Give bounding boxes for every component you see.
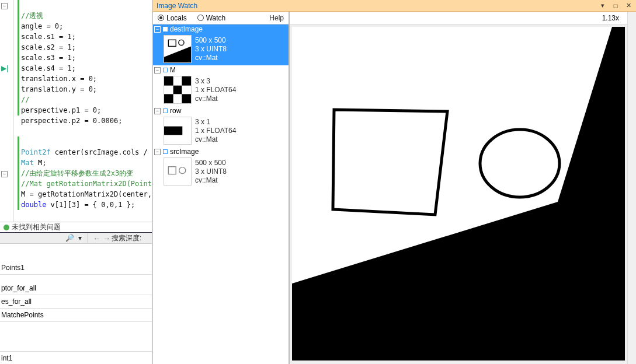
watch-body: Locals Watch Help − destImage: [153, 12, 636, 364]
close-icon[interactable]: ✕: [622, 1, 635, 10]
change-bar: [18, 136, 19, 210]
watch-radio[interactable]: [197, 15, 204, 21]
error-status-bar: 未找到相关问题: [0, 222, 152, 232]
code-line: //Mat getRotationMatrix2D(Point: [21, 180, 152, 188]
variable-type: 3 x UINT8: [195, 45, 227, 54]
svg-rect-5: [164, 76, 173, 86]
image-viewer: 1.13x: [290, 12, 627, 364]
thumbnail: [164, 158, 192, 186]
variable-item-row[interactable]: − row 3 x 1 1 x FLOAT64 cv::Mat: [153, 106, 289, 147]
search-depth-label: 搜索深度:: [112, 233, 141, 243]
variable-class: cv::Mat: [195, 54, 227, 62]
variable-dim: 3 x 1: [195, 118, 236, 127]
code-line: scale.s2 = 1;: [21, 43, 76, 51]
code-line: scale.s3 = 1;: [21, 54, 76, 62]
fold-toggle[interactable]: −: [1, 169, 8, 177]
variable-dim: 500 x 500: [195, 159, 227, 167]
result-row[interactable]: int1: [0, 351, 152, 364]
locals-radio[interactable]: [158, 15, 164, 21]
separator: [88, 233, 88, 243]
status-text: 未找到相关问题: [12, 222, 61, 232]
maximize-icon[interactable]: □: [609, 1, 622, 10]
variable-dim: 3 x 3: [195, 77, 236, 86]
title-bar[interactable]: Image Watch ▾ □ ✕: [153, 0, 636, 12]
window-menu-icon[interactable]: ▾: [596, 1, 609, 10]
type-badge-icon: [163, 27, 168, 32]
variable-class: cv::Mat: [195, 94, 236, 103]
svg-rect-7: [182, 76, 191, 86]
svg-rect-9: [173, 94, 182, 103]
variable-item-srcimage[interactable]: − srcImage 500 x 500 3 x UINT8: [153, 147, 289, 188]
code-line: translation.y = 0;: [21, 85, 97, 93]
variable-class: cv::Mat: [195, 135, 236, 144]
list-header: Locals Watch Help: [153, 12, 289, 24]
variable-name: M: [170, 66, 176, 74]
search-icon[interactable]: 🔎: [64, 233, 75, 243]
collapse-icon[interactable]: −: [154, 108, 161, 114]
change-bar: [18, 0, 19, 116]
editor-gutter: − ▶| −: [0, 0, 14, 222]
image-watch-panel: Image Watch ▾ □ ✕ Locals Watch Help − de: [152, 0, 636, 364]
result-row[interactable]: MatchePoints: [0, 309, 152, 322]
code-line: Point2f center(srcImage.cols /: [21, 148, 152, 156]
vertical-scrollbar[interactable]: [627, 12, 636, 364]
code-line: translation.x = 0;: [21, 75, 97, 83]
editor-panel: − ▶| − //透视 angle = 0; scale.s1 = 1; sca…: [0, 0, 152, 364]
search-toolbar: 🔎 ▾ ← → 搜索深度:: [0, 233, 152, 243]
variable-list-pane: Locals Watch Help − destImage: [153, 12, 290, 364]
window-title: Image Watch: [157, 2, 596, 10]
type-badge-icon: [163, 108, 168, 113]
variable-item-destimage[interactable]: − destImage 500 x 500 3 x: [153, 24, 289, 65]
help-link[interactable]: Help: [269, 14, 284, 22]
code-line: angle = 0;: [21, 22, 63, 30]
thumbnail: [164, 76, 192, 104]
variable-name: destImage: [170, 25, 203, 33]
collapse-icon[interactable]: −: [154, 149, 161, 155]
image-canvas[interactable]: [290, 24, 627, 364]
collapse-icon[interactable]: −: [154, 67, 161, 74]
code-editor[interactable]: − ▶| − //透视 angle = 0; scale.s1 = 1; sca…: [0, 0, 152, 222]
result-row[interactable]: ptor_for_all: [0, 282, 152, 295]
code-line: scale.s4 = 1;: [21, 64, 76, 72]
svg-rect-11: [164, 127, 182, 135]
code-line: //透视: [21, 12, 43, 20]
variable-item-m[interactable]: − M 3 x 3: [153, 65, 289, 106]
thumbnail: [164, 35, 192, 63]
variable-name: srcImage: [170, 148, 199, 156]
code-line: scale.s1 = 1;: [21, 33, 76, 41]
type-badge-icon: [163, 149, 168, 154]
thumbnail: [164, 117, 192, 145]
collapse-icon[interactable]: −: [154, 26, 161, 33]
variable-type: 3 x UINT8: [195, 167, 227, 176]
variable-name: row: [170, 107, 181, 115]
nav-forward-button[interactable]: →: [102, 234, 112, 243]
variable-list: − destImage 500 x 500 3 x: [153, 24, 289, 364]
code-content[interactable]: //透视 angle = 0; scale.s1 = 1; scale.s2 =…: [14, 0, 152, 222]
code-line: M = getRotationMatrix2D(center,: [21, 190, 152, 198]
preview-image: [292, 27, 625, 360]
results-header[interactable]: Points1: [0, 261, 152, 275]
search-dropdown-icon[interactable]: ▾: [78, 234, 82, 242]
zoom-level: 1.13x: [602, 14, 619, 22]
code-line: Mat M;: [21, 159, 46, 167]
variable-type: 1 x FLOAT64: [195, 127, 236, 135]
code-line: //: [21, 96, 29, 104]
breakpoint-indicator[interactable]: ▶|: [1, 64, 8, 72]
code-line: //由给定旋转平移参数生成2x3的变: [21, 169, 133, 177]
code-line: perspective.p1 = 0;: [21, 106, 101, 114]
code-line: double v[1][3] = { 0,0,1 };: [21, 201, 135, 209]
results-panel: Points1 ptor_for_all es_for_all MatchePo…: [0, 243, 152, 364]
watch-label: Watch: [206, 14, 226, 22]
zoom-bar: 1.13x: [290, 12, 627, 24]
nav-back-button[interactable]: ←: [92, 234, 102, 243]
svg-rect-6: [173, 86, 182, 94]
variable-dim: 500 x 500: [195, 36, 227, 45]
result-row[interactable]: es_for_all: [0, 295, 152, 309]
variable-class: cv::Mat: [195, 176, 227, 185]
status-ok-icon: [4, 225, 9, 230]
variable-type: 1 x FLOAT64: [195, 86, 236, 94]
fold-toggle[interactable]: −: [1, 1, 8, 9]
code-line: perspective.p2 = 0.0006;: [21, 117, 122, 125]
locals-label: Locals: [166, 14, 187, 22]
type-badge-icon: [163, 68, 168, 72]
